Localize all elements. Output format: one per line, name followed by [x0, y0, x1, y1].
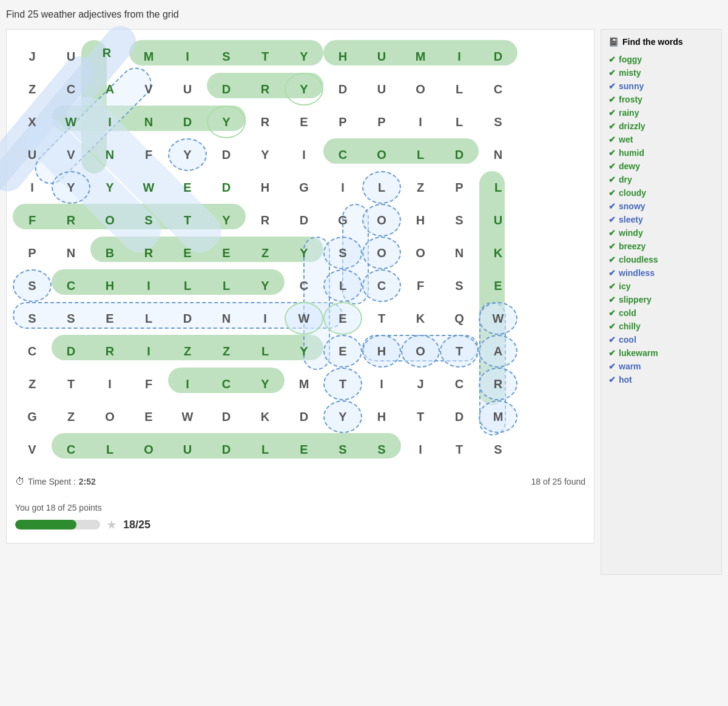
word-label: wet: [619, 135, 633, 144]
cell-11-11: D: [440, 400, 479, 433]
star-icon: ★: [106, 517, 117, 532]
word-list-item: ✔sunny: [608, 79, 714, 93]
page-title: Find 25 weather adjectives from the grid: [6, 6, 722, 23]
cell-5-6: R: [246, 204, 285, 237]
cell-2-1: W: [52, 106, 90, 138]
word-label: rainy: [619, 108, 639, 118]
cell-4-9: L: [362, 171, 401, 204]
cell-9-5: Z: [207, 335, 246, 368]
check-green-icon: ✔: [608, 175, 616, 184]
cell-6-8: S: [323, 237, 362, 269]
word-label: cool: [619, 335, 636, 345]
word-label: icy: [619, 281, 630, 291]
word-list-item: ✔chilly: [608, 320, 714, 333]
cell-4-10: Z: [401, 171, 440, 204]
cell-0-0: J: [13, 40, 52, 73]
cell-9-8: E: [323, 335, 362, 368]
sidebar: 📓 Find the words ✔foggy✔misty✔sunny✔fros…: [601, 29, 722, 575]
cell-11-7: D: [285, 400, 323, 433]
cell-1-5: D: [207, 73, 246, 106]
cell-3-6: Y: [246, 138, 285, 171]
word-label: drizzly: [619, 121, 645, 131]
cell-7-3: I: [129, 269, 168, 302]
cell-7-7: C: [285, 269, 323, 302]
cell-8-10: K: [401, 302, 440, 335]
cell-9-0: C: [13, 335, 52, 368]
cell-9-12: A: [479, 335, 517, 368]
cell-4-0: I: [13, 171, 52, 204]
time-value: 2:52: [79, 477, 96, 486]
word-list-item: ✔dry: [608, 173, 714, 186]
cell-12-12: S: [479, 433, 517, 466]
cell-8-9: T: [362, 302, 401, 335]
word-list-item: ✔wet: [608, 133, 714, 146]
sidebar-title: 📓 Find the words: [608, 37, 714, 47]
cell-3-0: U: [13, 138, 52, 171]
word-label: windless: [619, 268, 655, 278]
cell-11-12: M: [479, 400, 517, 433]
word-label: foggy: [619, 55, 642, 64]
cell-9-9: H: [362, 335, 401, 368]
word-list-item: ✔icy: [608, 280, 714, 293]
cell-0-12: D: [479, 40, 517, 73]
word-label: dry: [619, 175, 632, 184]
cell-12-7: E: [285, 433, 323, 466]
time-spent: ⏱ Time Spent : 2:52: [15, 476, 96, 487]
cell-4-11: P: [440, 171, 479, 204]
cell-6-2: B: [90, 237, 129, 269]
cell-10-6: Y: [246, 368, 285, 400]
cell-3-5: D: [207, 138, 246, 171]
cell-11-4: W: [168, 400, 207, 433]
cell-2-11: L: [440, 106, 479, 138]
cell-11-10: T: [401, 400, 440, 433]
cell-8-1: S: [52, 302, 90, 335]
cell-9-6: L: [246, 335, 285, 368]
cell-12-10: I: [401, 433, 440, 466]
cell-7-1: C: [52, 269, 90, 302]
cell-12-3: O: [129, 433, 168, 466]
cell-2-5: Y: [207, 106, 246, 138]
cell-6-11: N: [440, 237, 479, 269]
found-count: 18 of 25 found: [531, 477, 585, 486]
cell-6-0: P: [13, 237, 52, 269]
cell-3-4: Y: [168, 138, 207, 171]
sidebar-title-text: Find the words: [622, 37, 683, 47]
cell-8-7: W: [285, 302, 323, 335]
cell-8-11: Q: [440, 302, 479, 335]
check-green-icon: ✔: [608, 108, 616, 118]
cell-3-8: C: [323, 138, 362, 171]
cell-8-2: E: [90, 302, 129, 335]
cell-3-1: V: [52, 138, 90, 171]
cell-0-9: U: [362, 40, 401, 73]
cell-9-7: Y: [285, 335, 323, 368]
cell-10-5: C: [207, 368, 246, 400]
cell-7-5: L: [207, 269, 246, 302]
word-list-item: ✔sleety: [608, 213, 714, 226]
cell-3-7: I: [285, 138, 323, 171]
cell-0-11: I: [440, 40, 479, 73]
cell-4-12: L: [479, 171, 517, 204]
cell-5-12: U: [479, 204, 517, 237]
check-green-icon: ✔: [608, 228, 616, 238]
cell-6-7: Y: [285, 237, 323, 269]
cell-8-8: E: [323, 302, 362, 335]
word-list-item: ✔foggy: [608, 53, 714, 66]
cell-10-11: C: [440, 368, 479, 400]
cell-6-3: R: [129, 237, 168, 269]
cell-8-12: W: [479, 302, 517, 335]
check-blue-icon: ✔: [608, 81, 616, 91]
word-label: hot: [619, 375, 632, 385]
word-search-grid[interactable]: J U R M I S T Y H U M I D Z C A V U D: [13, 36, 517, 462]
word-list: ✔foggy✔misty✔sunny✔frosty✔rainy✔drizzly✔…: [608, 53, 714, 386]
cell-11-3: E: [129, 400, 168, 433]
word-label: frosty: [619, 95, 642, 104]
cell-0-3: M: [129, 40, 168, 73]
cell-6-10: O: [401, 237, 440, 269]
cell-0-2: R: [90, 40, 123, 66]
word-list-item: ✔cold: [608, 306, 714, 320]
cell-5-10: H: [401, 204, 440, 237]
word-list-item: ✔drizzly: [608, 119, 714, 133]
cell-2-7: E: [285, 106, 323, 138]
cell-1-4: U: [168, 73, 207, 106]
cell-10-8: T: [323, 368, 362, 400]
